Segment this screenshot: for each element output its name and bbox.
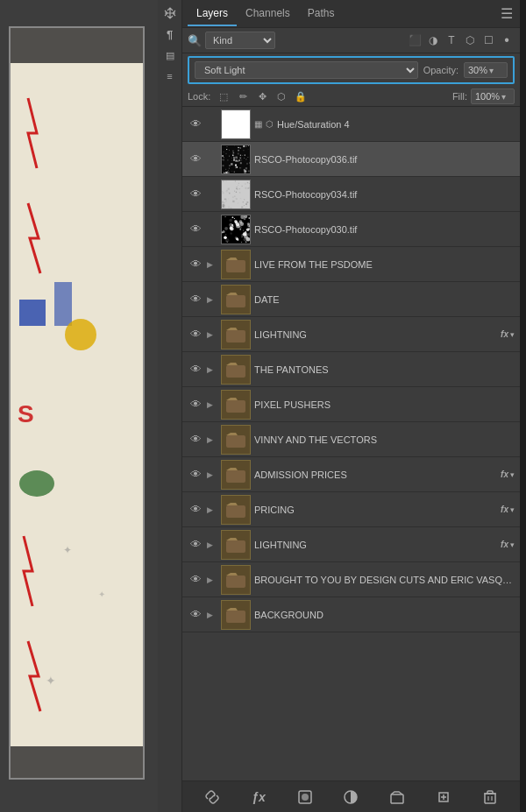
tabs-bar: Layers Channels Paths ☰ [182,0,520,28]
filter-adjust-icon[interactable]: ◑ [425,32,441,48]
svg-rect-41 [235,166,237,168]
layer-thumb-rsco-photocopy034 [221,180,251,209]
layer-expand-date[interactable]: ▶ [207,295,217,304]
svg-rect-98 [229,198,230,199]
svg-rect-143 [240,208,242,209]
svg-rect-57 [244,157,245,158]
tab-channels[interactable]: Channels [237,2,299,26]
lock-all-icon[interactable]: 🔒 [293,88,309,104]
layer-item-rsco-photocopy034[interactable]: 👁 RSCO-Photocopy034.tif [182,177,520,212]
svg-point-5 [65,319,96,350]
layer-visibility-live-from-psdome[interactable]: 👁 [188,257,203,272]
layer-item-pricing[interactable]: 👁▶PRICINGfx▾ [182,492,520,527]
svg-text:✦: ✦ [46,674,56,688]
layer-visibility-pixel-pushers[interactable]: 👁 [188,397,203,413]
svg-point-208 [247,222,250,224]
filter-text-icon[interactable]: T [444,32,459,48]
lock-transparent-icon[interactable]: ⬚ [216,88,231,104]
tab-layers[interactable]: Layers [188,2,237,26]
svg-rect-225 [226,575,245,588]
layer-visibility-admission-prices[interactable]: 👁 [188,467,203,483]
layer-visibility-the-pantones[interactable]: 👁 [188,362,203,378]
layer-fx-badge-admission-prices: fx▾ [501,470,515,479]
layer-expand-the-pantones[interactable]: ▶ [207,365,217,374]
layer-visibility-rsco-photocopy030[interactable]: 👁 [188,222,203,237]
add-fx-button[interactable]: ƒx [248,787,269,808]
layer-item-background[interactable]: 👁▶BACKGROUND [182,597,520,632]
filter-smart-icon[interactable]: ☐ [480,32,496,48]
add-mask-button[interactable] [295,787,316,808]
layer-expand-live-from-psdome[interactable]: ▶ [207,260,217,269]
svg-rect-61 [229,155,230,156]
layer-item-date[interactable]: 👁▶DATE [182,282,520,317]
layer-item-lightning1[interactable]: 👁▶LIGHTNINGfx▾ [182,317,520,352]
lock-position-icon[interactable]: ✥ [254,88,270,104]
layer-item-lightning2[interactable]: 👁▶LIGHTNINGfx▾ [182,527,520,562]
layer-visibility-vinny-vectors[interactable]: 👁 [188,432,203,448]
layer-thumb-the-pantones [221,355,251,385]
layer-expand-vinny-vectors[interactable]: ▶ [207,435,217,444]
layer-item-the-pantones[interactable]: 👁▶THE PANTONES [182,352,520,387]
text-tool[interactable]: ¶ [160,25,180,44]
filter-shape-icon[interactable]: ⬡ [462,32,478,48]
layer-item-rsco-photocopy030[interactable]: 👁 RSCO-Photocopy030.tif [182,212,520,247]
layer-expand-pixel-pushers[interactable]: ▶ [207,400,217,409]
lock-artboard-icon[interactable]: ⬡ [274,88,289,104]
layer-visibility-rsco-photocopy034[interactable]: 👁 [188,187,203,202]
layer-visibility-lightning2[interactable]: 👁 [188,537,203,553]
layer-visibility-brought-to-you[interactable]: 👁 [188,572,203,588]
svg-rect-144 [222,201,224,202]
svg-rect-81 [238,146,238,147]
svg-rect-27 [236,156,238,158]
layer-visibility-lightning1[interactable]: 👁 [188,327,203,342]
panel-menu-icon[interactable]: ☰ [501,5,513,22]
options-tool[interactable]: ≡ [160,67,180,86]
opacity-input[interactable]: 30% ▾ [464,62,508,78]
new-group-button[interactable] [387,787,408,808]
filter-pixel-icon[interactable]: ⬛ [407,32,423,48]
fill-input[interactable]: 100% ▾ [471,88,515,104]
layer-expand-brought-to-you[interactable]: ▶ [207,575,217,584]
svg-rect-235 [485,794,495,803]
new-layer-button[interactable] [433,787,454,808]
link-layers-button[interactable] [202,787,223,808]
layer-thumb-rsco-photocopy036 [221,145,251,174]
layer-item-rsco-photocopy036[interactable]: 👁 RSCO-Photocopy036.tif [182,142,520,177]
svg-point-190 [224,226,228,229]
layer-item-live-from-psdome[interactable]: 👁▶LIVE FROM THE PSDOME [182,247,520,282]
layer-item-hue-saturation-4[interactable]: 👁▦⬡Hue/Saturation 4 [182,107,520,142]
layer-item-brought-to-you[interactable]: 👁▶BROUGHT TO YOU BY DESIGN CUTS AND ERIC… [182,562,520,597]
svg-rect-73 [237,158,238,159]
layer-expand-background[interactable]: ▶ [207,611,217,619]
layer-item-admission-prices[interactable]: 👁▶ADMISSION PRICESfx▾ [182,457,520,492]
layer-thumb-admission-prices [221,460,251,490]
layer-expand-lightning1[interactable]: ▶ [207,330,217,339]
svg-rect-12 [223,111,249,138]
layers-panel-tool[interactable]: ▤ [160,46,180,65]
lock-image-icon[interactable]: ✏ [235,88,251,104]
layer-visibility-rsco-photocopy036[interactable]: 👁 [188,152,203,167]
tab-paths[interactable]: Paths [299,2,344,26]
layer-visibility-background[interactable]: 👁 [188,607,203,623]
svg-rect-22 [226,149,227,150]
layer-thumb-lightning1 [221,320,251,350]
svg-point-210 [241,233,244,236]
layer-expand-admission-prices[interactable]: ▶ [207,470,217,479]
svg-rect-63 [244,150,245,151]
svg-rect-77 [248,149,249,150]
layer-expand-lightning2[interactable]: ▶ [207,540,217,549]
svg-point-183 [225,234,226,235]
filter-type-select[interactable]: Kind Name Effect Mode Attribute Color Sm… [205,32,275,49]
layer-visibility-hue-saturation-4[interactable]: 👁 [188,117,203,132]
new-fill-adjustment-button[interactable] [340,787,361,808]
layer-visibility-pricing[interactable]: 👁 [188,502,203,518]
layer-item-pixel-pushers[interactable]: 👁▶PIXEL PUSHERS [182,387,520,422]
layer-item-vinny-vectors[interactable]: 👁▶VINNY AND THE VECTORS [182,422,520,457]
layer-expand-pricing[interactable]: ▶ [207,505,217,514]
layer-visibility-date[interactable]: 👁 [188,292,203,307]
filter-dot-icon[interactable]: • [499,32,515,48]
delete-layer-button[interactable] [480,787,501,808]
blend-mode-select[interactable]: Soft Light Normal Dissolve Multiply Scre… [195,61,418,79]
svg-rect-71 [240,147,241,148]
move-tool[interactable] [160,4,180,23]
